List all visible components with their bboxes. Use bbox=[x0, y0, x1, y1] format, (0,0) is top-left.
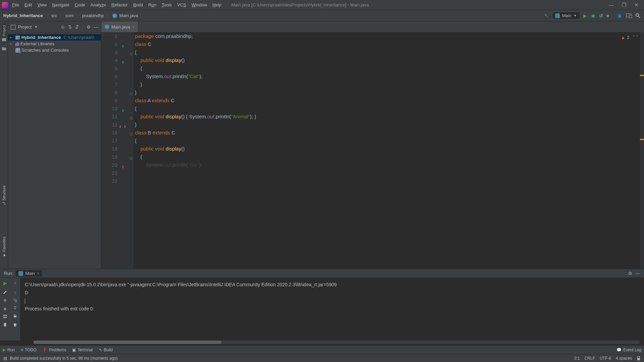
bc-pkg[interactable]: praabindhp bbox=[82, 13, 104, 18]
bc-root[interactable]: Hybrid_Inheritance bbox=[3, 13, 43, 18]
menu-file[interactable]: File bbox=[12, 2, 19, 7]
expand-all-icon[interactable]: ⇅ bbox=[68, 24, 72, 29]
commit-tool-button[interactable] bbox=[2, 46, 6, 51]
scrollbar-thumb[interactable] bbox=[34, 341, 221, 344]
indent-setting[interactable]: 4 spaces bbox=[616, 356, 632, 361]
module-icon bbox=[15, 36, 20, 40]
coverage-button[interactable]: ↺ bbox=[599, 13, 603, 18]
menu-edit[interactable]: Edit bbox=[24, 2, 32, 7]
menu-vcs[interactable]: VCS bbox=[177, 2, 186, 7]
svg-rect-5 bbox=[4, 204, 5, 205]
problems-tool-tab[interactable]: ❗Problems bbox=[42, 348, 66, 352]
project-panel-title[interactable]: Project bbox=[18, 24, 32, 29]
gear-icon[interactable]: ⚙ bbox=[628, 271, 632, 276]
layout-button[interactable] bbox=[3, 314, 7, 319]
stop-button[interactable]: ■ bbox=[606, 13, 609, 18]
project-panel-header: Project ▼ ⊙ ⇅ ⇵ | ⚙ — bbox=[8, 21, 101, 33]
chevron-down-icon: ▼ bbox=[574, 14, 577, 17]
soft-wrap-button[interactable] bbox=[13, 298, 17, 303]
git-update-button[interactable] bbox=[617, 13, 623, 18]
structure-tool-button[interactable]: Structure bbox=[2, 184, 6, 206]
expand-arrow-icon[interactable]: ▸ bbox=[10, 42, 14, 46]
menu-navigate[interactable]: Navigate bbox=[52, 2, 69, 7]
menu-analyze[interactable]: Analyze bbox=[91, 2, 106, 7]
app-icon bbox=[2, 2, 8, 8]
menu-view[interactable]: View bbox=[37, 2, 47, 7]
editor-tab[interactable]: C Main.java × bbox=[101, 21, 138, 32]
clear-button[interactable] bbox=[13, 322, 17, 327]
project-tool-button[interactable]: Project bbox=[2, 23, 6, 43]
chevron-down-icon[interactable]: ▼ bbox=[34, 25, 38, 29]
run-tool-tab[interactable]: ▶Run bbox=[3, 348, 15, 352]
tool-windows-button[interactable]: ▤ bbox=[3, 356, 7, 361]
menu-tools[interactable]: Tools bbox=[162, 2, 172, 7]
ide-icon[interactable] bbox=[626, 13, 632, 18]
edit-config-button[interactable] bbox=[3, 289, 7, 294]
next-highlight-icon[interactable]: ˇ bbox=[637, 34, 638, 42]
build-tool-tab[interactable]: ↖Build bbox=[99, 348, 113, 352]
gear-icon[interactable]: ⚙ bbox=[87, 24, 91, 29]
menu-help[interactable]: Help bbox=[212, 2, 221, 7]
menu-refactor[interactable]: Refactor bbox=[111, 2, 128, 7]
locate-icon[interactable]: ⊙ bbox=[61, 24, 65, 29]
main-menu: File Edit View Navigate Code Analyze Ref… bbox=[12, 2, 221, 7]
editor-body[interactable]: 12345678910111216171819202122 ⬇⬇⬇⬆⬇⬆ ⊟⊡⊟… bbox=[101, 32, 644, 269]
tree-root[interactable]: ▸ Hybrid_Inheritance C:\Users\praab\ bbox=[8, 34, 101, 41]
menu-build[interactable]: Build bbox=[133, 2, 143, 7]
up-button[interactable]: ↑ bbox=[14, 281, 16, 286]
close-icon[interactable]: × bbox=[37, 271, 40, 276]
console-output[interactable]: C:\Users\praab\.jdks\openjdk-15.0.2\bin\… bbox=[20, 278, 644, 341]
search-everywhere-button[interactable] bbox=[635, 13, 641, 18]
collapse-all-icon[interactable]: ⇵ bbox=[75, 24, 79, 29]
minimize-button[interactable]: — bbox=[609, 2, 614, 8]
stop-button[interactable]: ■ bbox=[4, 297, 6, 303]
rerun-button[interactable]: ▶ bbox=[3, 281, 7, 286]
inspections-widget[interactable]: ▲ 2 ˆ ˇ bbox=[621, 34, 638, 42]
status-bar: ▤ Build completed successfully in 5 sec,… bbox=[0, 354, 644, 362]
caret-position[interactable]: 3:1 bbox=[574, 356, 580, 361]
expand-arrow-icon[interactable]: ▸ bbox=[10, 35, 14, 40]
project-view-icon bbox=[11, 25, 15, 29]
run-button[interactable]: ▶ bbox=[583, 13, 587, 18]
tree-scratches[interactable]: Scratches and Consoles bbox=[8, 47, 101, 53]
line-separator[interactable]: CRLF bbox=[585, 356, 595, 361]
maximize-button[interactable]: ❐ bbox=[622, 2, 626, 8]
code-area[interactable]: package com.praabindhp;class C{ public v… bbox=[133, 32, 644, 269]
favorites-tool-button[interactable]: ★ Favorites bbox=[2, 235, 6, 259]
class-icon: C bbox=[112, 13, 117, 18]
todo-tool-tab[interactable]: ≡TODO bbox=[21, 348, 36, 352]
project-tree[interactable]: ▸ Hybrid_Inheritance C:\Users\praab\ ▸ E… bbox=[8, 33, 101, 55]
title-bar: File Edit View Navigate Code Analyze Ref… bbox=[0, 0, 644, 10]
tree-external-libs[interactable]: ▸ External Libraries bbox=[8, 41, 101, 47]
editor-tabs: C Main.java × bbox=[101, 21, 644, 32]
dump-threads-button[interactable] bbox=[3, 306, 7, 311]
close-button[interactable]: ✕ bbox=[634, 2, 639, 8]
menu-code[interactable]: Code bbox=[75, 2, 85, 7]
menu-window[interactable]: Window bbox=[192, 2, 207, 7]
run-tab-label: Main bbox=[25, 271, 35, 276]
run-panel: Run: Main × ⚙ — ▶ ■ bbox=[0, 269, 644, 345]
scroll-to-end-button[interactable] bbox=[13, 306, 17, 311]
print-button[interactable] bbox=[13, 314, 17, 319]
delete-button[interactable] bbox=[3, 322, 7, 327]
prev-highlight-icon[interactable]: ˆ bbox=[633, 34, 635, 42]
editor-scrollbar[interactable] bbox=[640, 32, 644, 269]
event-log-tool-tab[interactable]: 💬Event Log bbox=[616, 348, 641, 352]
lock-icon[interactable] bbox=[637, 356, 641, 361]
run-tab[interactable]: Main × bbox=[16, 270, 42, 277]
terminal-tool-tab[interactable]: ▣Terminal bbox=[72, 348, 93, 352]
bc-src[interactable]: src bbox=[51, 13, 57, 18]
hide-button[interactable]: — bbox=[94, 24, 98, 29]
menu-run[interactable]: Run bbox=[148, 2, 156, 7]
bc-file[interactable]: Main.java bbox=[119, 13, 138, 18]
debug-button[interactable] bbox=[590, 13, 596, 18]
console-scrollbar[interactable] bbox=[34, 341, 640, 344]
build-icon[interactable]: ↖ bbox=[544, 12, 549, 19]
down-button[interactable]: ↓ bbox=[14, 289, 16, 295]
file-encoding[interactable]: UTF-8 bbox=[600, 356, 611, 361]
bc-com[interactable]: com bbox=[65, 13, 74, 18]
run-config-selector[interactable]: Main ▼ bbox=[552, 12, 580, 19]
close-icon[interactable]: × bbox=[132, 24, 135, 29]
fold-column[interactable]: ⊟⊡⊟⊡⊟ bbox=[129, 32, 133, 269]
hide-button[interactable]: — bbox=[636, 271, 640, 276]
